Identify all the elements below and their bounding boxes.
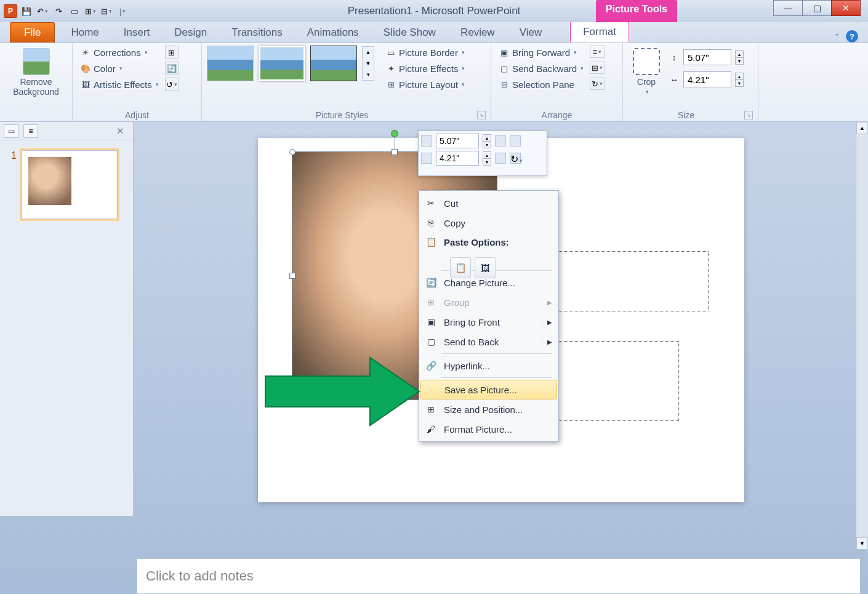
- ctx-bring-to-front[interactable]: ▣Bring to Front▶: [420, 312, 557, 332]
- slide-thumbnail-1[interactable]: 1: [0, 140, 133, 229]
- tab-view[interactable]: View: [507, 23, 555, 42]
- slides-panel: ▭ ≡ ✕ 1: [0, 122, 134, 516]
- height-icon: ↕: [669, 52, 680, 63]
- picture-effects-button[interactable]: ✦Picture Effects▾: [383, 62, 467, 75]
- ctx-paste-options: 📋Paste Options: 📋 🖼: [420, 233, 557, 268]
- tab-review[interactable]: Review: [448, 23, 507, 42]
- send-backward-button[interactable]: ▢Send Backward▾: [496, 62, 586, 75]
- style-thumb-1[interactable]: [207, 46, 254, 81]
- new-slide-icon[interactable]: ▭: [68, 4, 81, 18]
- mini-rotate-icon[interactable]: ↻▾: [510, 153, 521, 164]
- tab-home[interactable]: Home: [58, 23, 111, 42]
- reset-picture-icon[interactable]: ↺▾: [165, 78, 179, 91]
- handle-w[interactable]: [289, 273, 295, 279]
- tab-transitions[interactable]: Transitions: [219, 23, 295, 42]
- mini-width-input[interactable]: [436, 151, 479, 166]
- save-as-picture-icon: [425, 383, 438, 396]
- mini-height-input[interactable]: [436, 134, 479, 148]
- ctx-save-as-picture[interactable]: Save as Picture...: [420, 380, 557, 399]
- bring-front-icon: ▣: [424, 315, 438, 329]
- minimize-button[interactable]: —: [773, 0, 803, 16]
- crop-button[interactable]: Crop▾: [628, 46, 665, 97]
- ctx-size-position[interactable]: ⊞Size and Position...: [420, 399, 557, 419]
- mini-bring-front-icon[interactable]: [495, 135, 506, 146]
- compress-pictures-icon[interactable]: ⊞: [165, 46, 179, 59]
- ctx-group: ⊞Group▶: [420, 292, 557, 312]
- bring-forward-button[interactable]: ▣Bring Forward▾: [496, 46, 586, 59]
- artistic-effects-button[interactable]: 🖼Artistic Effects▾: [78, 78, 161, 91]
- qat-sep-icon: |▾: [116, 4, 129, 18]
- handle-n[interactable]: [392, 149, 398, 155]
- ctx-format-picture[interactable]: 🖌Format Picture...: [420, 419, 557, 439]
- styles-dialog-launcher[interactable]: ↘: [477, 111, 486, 119]
- rotate-icon[interactable]: ↻▾: [590, 78, 605, 90]
- scroll-down-icon[interactable]: ▼: [856, 537, 868, 550]
- ctx-change-picture[interactable]: 🔄Change Picture...: [420, 273, 557, 292]
- help-icon[interactable]: ?: [846, 30, 858, 42]
- title-bar: P 💾 ↶▾ ↷ ▭ ⊞▾ ⊟▾ |▾ Presentation1 - Micr…: [0, 0, 868, 22]
- slides-tab-icon[interactable]: ▭: [4, 124, 18, 138]
- save-icon[interactable]: 💾: [20, 4, 33, 18]
- annotation-arrow-icon: [259, 351, 425, 431]
- minimize-ribbon-icon[interactable]: ⌃: [834, 33, 840, 41]
- style-thumb-3[interactable]: [310, 46, 357, 81]
- align-icon[interactable]: ≡▾: [590, 46, 605, 58]
- width-input[interactable]: [683, 71, 731, 87]
- ctx-copy[interactable]: ⎘Copy: [420, 213, 557, 233]
- height-spinner[interactable]: ▲▼: [735, 50, 744, 64]
- rotation-handle[interactable]: [391, 130, 398, 137]
- vertical-scrollbar[interactable]: ▲ ▼: [856, 122, 868, 550]
- hyperlink-icon: 🔗: [424, 359, 438, 372]
- qat-more-icon[interactable]: ⊞▾: [84, 4, 97, 18]
- handle-nw[interactable]: [289, 149, 295, 155]
- picture-layout-button[interactable]: ⊞Picture Layout▾: [383, 78, 467, 91]
- qat-customize-icon[interactable]: ⊟▾: [100, 4, 113, 18]
- subtitle-placeholder[interactable]: [556, 341, 679, 421]
- tab-insert[interactable]: Insert: [111, 23, 163, 42]
- ctx-cut[interactable]: ✂Cut: [420, 193, 557, 213]
- ribbon-tabs: File Home Insert Design Transitions Anim…: [0, 22, 868, 43]
- mini-height-spinner[interactable]: ▲▼: [483, 134, 491, 148]
- width-spinner[interactable]: ▲▼: [735, 73, 744, 86]
- tab-animations[interactable]: Animations: [295, 23, 371, 42]
- height-input[interactable]: [683, 49, 731, 65]
- bring-forward-icon: ▣: [499, 47, 510, 58]
- ctx-send-to-back[interactable]: ▢Send to Back▶: [420, 332, 557, 351]
- mini-crop-icon[interactable]: [495, 153, 506, 164]
- undo-icon[interactable]: ↶▾: [36, 4, 49, 18]
- outline-tab-icon[interactable]: ≡: [23, 124, 38, 138]
- panel-close-icon[interactable]: ✕: [111, 126, 129, 137]
- redo-icon[interactable]: ↷: [52, 4, 65, 18]
- width-icon: ↔: [669, 74, 680, 85]
- group-icon[interactable]: ⊞▾: [590, 62, 605, 74]
- tab-file[interactable]: File: [10, 22, 55, 42]
- mini-width-spinner[interactable]: ▲▼: [483, 151, 491, 165]
- gallery-scroll[interactable]: ▲▼▾: [362, 46, 374, 81]
- mini-send-back-icon[interactable]: [510, 135, 521, 146]
- notes-pane[interactable]: Click to add notes: [137, 558, 861, 594]
- ctx-separator: [441, 353, 552, 354]
- tab-design[interactable]: Design: [162, 23, 219, 42]
- maximize-button[interactable]: ▢: [802, 0, 832, 16]
- style-thumb-2[interactable]: [259, 46, 305, 81]
- change-picture-icon[interactable]: 🔄: [165, 62, 179, 75]
- notes-placeholder: Click to add notes: [146, 568, 254, 584]
- corrections-button[interactable]: ☀Corrections▾: [78, 46, 161, 59]
- size-dialog-launcher[interactable]: ↘: [744, 111, 753, 119]
- title-placeholder[interactable]: [556, 251, 709, 311]
- window-title: Presentation1 - Microsoft PowerPoint: [348, 5, 521, 17]
- scroll-up-icon[interactable]: ▲: [856, 122, 868, 134]
- remove-background-label: Remove Background: [13, 77, 59, 97]
- format-picture-icon: 🖌: [424, 422, 438, 436]
- selection-pane-button[interactable]: ⊟Selection Pane: [496, 78, 586, 91]
- picture-styles-gallery[interactable]: ▲▼▾: [207, 46, 374, 81]
- group-size-label: Size: [628, 110, 744, 120]
- color-button[interactable]: 🎨Color▾: [78, 62, 161, 75]
- ctx-hyperlink[interactable]: 🔗Hyperlink...: [420, 356, 557, 375]
- tab-slideshow[interactable]: Slide Show: [371, 23, 448, 42]
- tab-format[interactable]: Format: [570, 21, 629, 42]
- close-button[interactable]: ✕: [831, 0, 861, 16]
- send-backward-icon: ▢: [499, 63, 510, 74]
- picture-border-button[interactable]: ▭Picture Border▾: [383, 46, 467, 59]
- remove-background-button[interactable]: Remove Background: [8, 46, 64, 99]
